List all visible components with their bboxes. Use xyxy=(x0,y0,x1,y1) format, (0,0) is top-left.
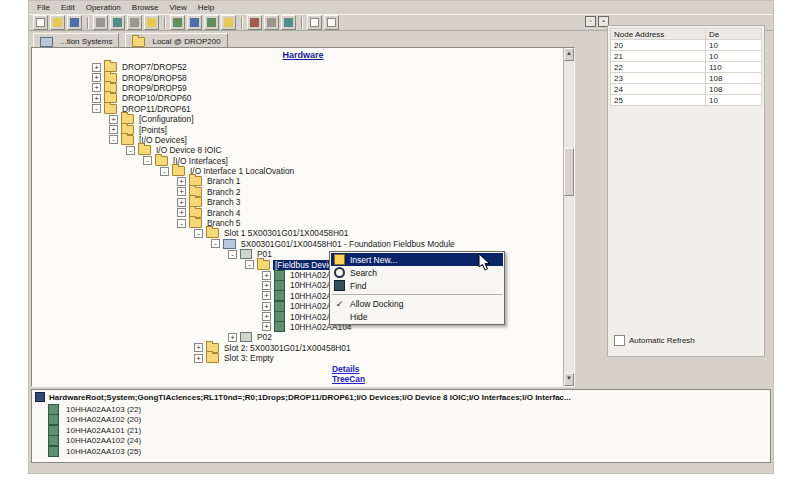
tree-item[interactable]: Branch 2 xyxy=(32,187,574,197)
window-tile-icon[interactable] xyxy=(307,15,322,30)
collapse-icon[interactable] xyxy=(109,135,118,144)
device-icon xyxy=(48,446,59,457)
tree-item[interactable]: P02 xyxy=(32,332,574,342)
expand-icon[interactable] xyxy=(262,281,271,290)
expand-icon[interactable] xyxy=(194,354,203,363)
collapse-icon[interactable] xyxy=(177,219,186,228)
tree-item[interactable]: DROP10/DROP60 xyxy=(32,93,574,103)
undo-icon[interactable] xyxy=(170,15,185,30)
expand-icon[interactable] xyxy=(92,63,101,72)
tree-item[interactable]: I/O Device 8 IOIC xyxy=(32,145,574,155)
up-level-icon[interactable] xyxy=(221,15,236,30)
expand-icon[interactable] xyxy=(92,94,101,103)
expand-icon[interactable] xyxy=(92,83,101,92)
tree-item[interactable]: [Points] xyxy=(32,124,574,134)
tree-item[interactable]: DROP9/DROP59 xyxy=(32,83,574,93)
save-icon[interactable] xyxy=(67,15,82,30)
context-hide[interactable]: Hide xyxy=(331,310,503,323)
menu-view[interactable]: View xyxy=(170,3,187,12)
menu-file[interactable]: File xyxy=(37,3,50,12)
expand-icon[interactable] xyxy=(262,312,271,321)
refresh-icon[interactable] xyxy=(204,15,219,30)
collapse-icon[interactable] xyxy=(228,250,237,259)
list-item[interactable]: 10HHA02AA102 (24) xyxy=(32,436,770,447)
window-cascade-icon[interactable] xyxy=(324,15,339,30)
tree-item[interactable]: Slot 3: Empty xyxy=(32,353,574,363)
scroll-down-icon[interactable] xyxy=(564,373,574,386)
collapse-icon[interactable] xyxy=(126,146,135,155)
tree-item[interactable]: 5X00301G01/1X00458H01 - Foundation Field… xyxy=(32,239,574,249)
context-allow-docking[interactable]: Allow Docking xyxy=(331,297,503,310)
details-link[interactable]: Details xyxy=(332,364,365,374)
tree-item[interactable]: Branch 4 xyxy=(32,207,574,217)
copy-icon[interactable] xyxy=(127,15,142,30)
search-icon[interactable] xyxy=(187,15,202,30)
expand-icon[interactable] xyxy=(228,333,237,342)
table-row[interactable]: 2010 xyxy=(611,40,762,51)
collapse-icon[interactable] xyxy=(245,260,254,269)
expand-icon[interactable] xyxy=(92,73,101,82)
expand-icon[interactable] xyxy=(194,343,203,352)
tree-item[interactable]: [I/O Devices] xyxy=(32,135,574,145)
tree-item[interactable]: DROP8/DROP58 xyxy=(32,72,574,82)
table-row[interactable]: 22110 xyxy=(611,62,762,73)
expand-icon[interactable] xyxy=(262,322,271,331)
tree-item[interactable]: [I/O Interfaces] xyxy=(32,156,574,166)
menu-browse[interactable]: Browse xyxy=(132,3,159,12)
tree-item[interactable]: DROP7/DROP52 xyxy=(32,62,574,72)
expand-icon[interactable] xyxy=(177,187,186,196)
hardware-path-row[interactable]: HardwareRoot;System;GongTIAclences;RL1T0… xyxy=(32,390,770,404)
table-row[interactable]: 24108 xyxy=(611,84,762,95)
tree-item[interactable]: [Configuration] xyxy=(32,114,574,124)
tree-item[interactable]: Slot 1 5X00301G01/1X00458H01 xyxy=(32,228,574,238)
paste-icon[interactable] xyxy=(144,15,159,30)
print-icon[interactable] xyxy=(93,15,108,30)
table-row[interactable]: 2510 xyxy=(611,95,762,106)
column-node-address[interactable]: Node Address xyxy=(611,29,706,40)
expand-icon[interactable] xyxy=(262,302,271,311)
context-find[interactable]: Find xyxy=(331,279,503,292)
minimize-pane-icon[interactable]: ▫ xyxy=(585,16,596,27)
list-item[interactable]: 10HHA02AA101 (21) xyxy=(32,425,770,436)
table-row[interactable]: 23108 xyxy=(611,73,762,84)
expand-icon[interactable] xyxy=(177,177,186,186)
filter-icon[interactable] xyxy=(247,15,262,30)
collapse-icon[interactable] xyxy=(92,104,101,113)
auto-refresh-checkbox[interactable] xyxy=(614,335,625,346)
help-icon[interactable] xyxy=(281,15,296,30)
tree-item[interactable]: Slot 2: 5X00301G01/1X00458H01 xyxy=(32,343,574,353)
tree-scrollbar[interactable] xyxy=(563,48,574,386)
collapse-icon[interactable] xyxy=(194,229,203,238)
menu-help[interactable]: Help xyxy=(198,3,214,12)
tree-item[interactable]: DROP11/DROP61 xyxy=(32,104,574,114)
expand-icon[interactable] xyxy=(109,115,118,124)
list-item[interactable]: 10HHA02AA102 (20) xyxy=(32,415,770,426)
expand-icon[interactable] xyxy=(177,198,186,207)
collapse-icon[interactable] xyxy=(143,156,152,165)
expand-icon[interactable] xyxy=(109,125,118,134)
expand-icon[interactable] xyxy=(262,271,271,280)
list-item[interactable]: 10HHA02AA103 (25) xyxy=(32,446,770,457)
new-icon[interactable] xyxy=(33,15,48,30)
folder-icon xyxy=(132,37,145,47)
table-row[interactable]: 2110 xyxy=(611,51,762,62)
scrollbar-thumb[interactable] xyxy=(564,148,574,196)
tree-item[interactable]: Branch 3 xyxy=(32,197,574,207)
menu-edit[interactable]: Edit xyxy=(61,3,75,12)
folder-icon xyxy=(206,228,219,238)
tree-item[interactable]: Branch 5 xyxy=(32,218,574,228)
treecan-link[interactable]: TreeCan xyxy=(332,374,365,384)
collapse-icon[interactable] xyxy=(160,167,169,176)
tree-item[interactable]: I/O Interface 1 LocalOvation xyxy=(32,166,574,176)
scroll-up-icon[interactable] xyxy=(564,48,574,61)
open-icon[interactable] xyxy=(50,15,65,30)
column-device[interactable]: De xyxy=(706,29,762,40)
cut-icon[interactable] xyxy=(110,15,125,30)
collapse-icon[interactable] xyxy=(211,239,220,248)
tree-item[interactable]: Branch 1 xyxy=(32,176,574,186)
expand-icon[interactable] xyxy=(262,291,271,300)
expand-icon[interactable] xyxy=(177,208,186,217)
properties-icon[interactable] xyxy=(264,15,279,30)
menu-operation[interactable]: Operation xyxy=(86,3,121,12)
list-item[interactable]: 10HHA02AA103 (22) xyxy=(32,404,770,415)
